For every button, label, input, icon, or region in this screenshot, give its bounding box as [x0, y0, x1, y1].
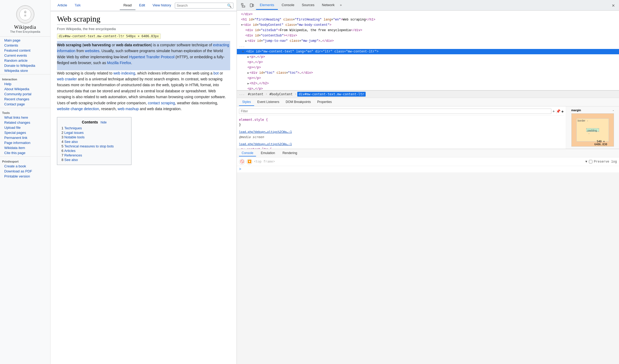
border-label: border	[578, 119, 585, 122]
html-line-2[interactable]: ▼<div id="bodyContent" class="mw-body-co…	[237, 22, 619, 28]
tab-edit[interactable]: Edit	[135, 1, 149, 10]
contents-item-3[interactable]: 3 Notable tools	[61, 135, 127, 139]
sidebar-item-main-page[interactable]: Main page	[0, 38, 50, 43]
sidebar-item-random[interactable]: Random article	[0, 58, 50, 63]
sidebar-item-permalink[interactable]: Permanent link	[0, 135, 50, 140]
contents-title: Contents hide	[61, 120, 127, 124]
wiki-subtitle: The Free Encyclopedia	[2, 30, 48, 33]
console-filter-btn[interactable]: 🔽	[246, 159, 252, 165]
element-tooltip: div#mw-content-text.mw-content-ltr 540px…	[57, 34, 161, 39]
html-line-p1[interactable]: ▶<p>…</p>	[237, 54, 619, 60]
breadcrumb-content[interactable]: #content	[246, 92, 265, 97]
html-line-dots[interactable]: ...	[237, 44, 619, 49]
devtools-more-tabs[interactable]: »	[338, 1, 343, 9]
sidebar-item-printable[interactable]: Printable version	[0, 174, 50, 179]
sidebar-item-about[interactable]: About Wikipedia	[0, 86, 50, 92]
filter-add-icon[interactable]: +	[552, 109, 555, 113]
sidebar-item-help[interactable]: Help	[0, 81, 50, 86]
html-line-p5[interactable]: <p>…</p>	[237, 86, 619, 90]
devtools-tab-elements[interactable]: Elements	[256, 1, 278, 10]
inspect-element-icon[interactable]	[239, 1, 247, 10]
console-prompt-symbol[interactable]: >	[239, 167, 241, 171]
devtools-tab-console[interactable]: Console	[278, 1, 298, 10]
html-line-0[interactable]: </div>	[237, 12, 619, 17]
sidebar-item-contact[interactable]: Contact page	[0, 102, 50, 107]
tab-view-history[interactable]: View history	[149, 1, 175, 10]
console-tab-emulation[interactable]: Emulation	[258, 150, 278, 156]
sidebar-item-download-pdf[interactable]: Download as PDF	[0, 169, 50, 174]
sidebar-item-donate[interactable]: Donate to Wikipedia	[0, 63, 50, 68]
html-line-toc[interactable]: ▶<div id="toc" class="toc">…</div>	[237, 70, 619, 76]
elements-panel[interactable]: </div> <h1 id="firstHeading" class="firs…	[237, 11, 619, 90]
article-title: Web scraping	[57, 14, 230, 25]
filter-pin-icon[interactable]: 📌	[556, 109, 560, 113]
contents-item-1[interactable]: 1 Techniques	[61, 126, 127, 130]
sidebar-item-special-pages[interactable]: Special pages	[0, 130, 50, 135]
html-line-h2[interactable]: ▶<h2>…</h2>	[237, 81, 619, 86]
sidebar-item-featured[interactable]: Featured content	[0, 48, 50, 53]
contents-item-7[interactable]: 7 References	[61, 153, 127, 158]
filter-input[interactable]	[239, 109, 551, 114]
html-line-3[interactable]: <div id="siteSub">From Wikipedia, the fr…	[237, 28, 619, 33]
sidebar-item-page-info[interactable]: Page information	[0, 140, 50, 145]
search-icon[interactable]: 🔍	[227, 3, 232, 8]
sidebar-item-store[interactable]: Wikipedia store	[0, 68, 50, 73]
sidebar-item-wikidata[interactable]: Wikidata item	[0, 145, 50, 150]
html-line-1[interactable]: <h1 id="firstHeading" class="firstHeadin…	[237, 17, 619, 22]
console-tab-console[interactable]: Console	[239, 150, 256, 156]
sidebar-section-tools: Tools	[0, 109, 50, 115]
tab-article[interactable]: Article	[54, 1, 71, 10]
breadcrumb-mw-content[interactable]: div#mw-content-text.mw-content-ltr	[297, 92, 366, 97]
breadcrumb-body-content[interactable]: #bodyContent	[268, 92, 294, 97]
contents-box: Contents hide 1 Techniques 2 Legal issue…	[57, 117, 131, 165]
device-toolbar-icon[interactable]	[247, 1, 256, 10]
devtools-tab-network[interactable]: Network	[318, 1, 339, 10]
article-body[interactable]: Web scraping From Wikipedia, the free en…	[51, 11, 237, 364]
devtools-panel: Elements Console Sources Network » ✕ </d…	[237, 0, 619, 364]
html-line-p3[interactable]: <p></p>	[237, 65, 619, 70]
sidebar-item-cite[interactable]: Cite this page	[0, 150, 50, 155]
sidebar-item-what-links[interactable]: What links here	[0, 115, 50, 120]
contents-item-6[interactable]: 6 Articles	[61, 148, 127, 153]
tab-read[interactable]: Read	[120, 1, 135, 10]
sidebar-item-contents[interactable]: Contents	[0, 43, 50, 48]
svg-rect-4	[250, 4, 252, 7]
sidebar-item-upload[interactable]: Upload file	[0, 125, 50, 130]
console-dropdown-icon[interactable]: ▼	[585, 160, 587, 164]
styles-tab-styles[interactable]: Styles	[239, 98, 254, 106]
wiki-logo-image: Ω 維	[16, 5, 34, 23]
filter-diamond-icon[interactable]: ◆	[562, 109, 564, 113]
html-line-selected[interactable]: ▼ <div id="mw-content-text" lang="en" di…	[237, 49, 619, 54]
styles-tab-properties[interactable]: Properties	[314, 98, 335, 106]
sidebar-divider-2	[0, 74, 50, 75]
sidebar-item-current-events[interactable]: Current events	[0, 53, 50, 58]
devtools-tab-sources[interactable]: Sources	[298, 1, 318, 10]
contents-item-2[interactable]: 2 Legal issues	[61, 130, 127, 135]
styles-tab-dom-breakpoints[interactable]: DOM Breakpoints	[282, 98, 314, 106]
styles-tab-event-listeners[interactable]: Event Listeners	[254, 98, 283, 106]
html-line-p4[interactable]: <p></p>	[237, 76, 619, 81]
contents-item-4[interactable]: 4 See also	[61, 139, 127, 144]
devtools-close-button[interactable]: ✕	[610, 1, 617, 9]
wiki-logo: Ω 維 Wikipedia The Free Encyclopedia	[0, 2, 50, 35]
tab-talk[interactable]: Talk	[71, 1, 84, 10]
html-line-p2[interactable]: <p>…</p>	[237, 60, 619, 65]
sidebar-item-create-book[interactable]: Create a book	[0, 164, 50, 169]
preserve-log-checkbox[interactable]	[589, 160, 592, 163]
contents-hide-link[interactable]: hide	[101, 121, 107, 124]
console-clear-btn[interactable]: 🚫	[239, 159, 245, 165]
console-tab-rendering[interactable]: Rendering	[280, 150, 300, 156]
sidebar-section-interaction: Interaction	[0, 76, 50, 81]
sidebar-item-related-changes[interactable]: Related changes	[0, 120, 50, 125]
article-paragraph-2: Web scraping is closely related to web i…	[57, 70, 230, 112]
search-bar: 🔍	[175, 3, 233, 9]
html-line-4[interactable]: <div id="contentSub"></div>	[237, 33, 619, 38]
sidebar-item-community[interactable]: Community portal	[0, 92, 50, 97]
search-input[interactable]	[177, 3, 226, 7]
contents-item-8[interactable]: 8 See also	[61, 158, 127, 162]
contents-item-5[interactable]: 5 Technical measures to stop bots	[61, 144, 127, 148]
elements-breadcrumb: ... #content › #bodyContent › div#mw-con…	[237, 90, 619, 98]
sidebar-item-recent-changes[interactable]: Recent changes	[0, 97, 50, 102]
html-line-5[interactable]: ▶<div id="jump-to-nav" class="mw-jump">……	[237, 38, 619, 44]
console-top-frame[interactable]: <top frame>	[254, 160, 584, 164]
